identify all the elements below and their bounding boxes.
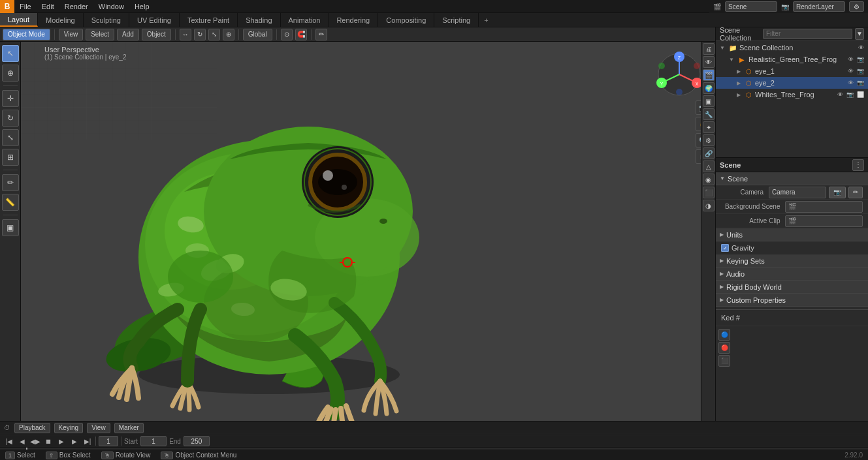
add-cube-btn[interactable]: ▣ <box>2 219 19 236</box>
keying-btn[interactable]: Keying <box>54 423 84 433</box>
tab-layout[interactable]: Layout <box>0 13 38 27</box>
step-fwd-btn[interactable]: ▶ <box>69 436 80 446</box>
whites-render-icon[interactable]: 📷 <box>846 91 854 98</box>
prop-object-data-icon[interactable]: △ <box>703 161 715 172</box>
scene-input[interactable] <box>725 1 777 12</box>
status-context-menu[interactable]: 🖱 Object Context Menu <box>161 452 236 459</box>
prop-shading-icon[interactable]: ◑ <box>703 200 715 211</box>
outliner-search[interactable] <box>763 29 852 39</box>
menu-file[interactable]: File <box>14 0 37 12</box>
tab-add[interactable]: + <box>479 16 493 24</box>
select-tool-btn[interactable]: ↖ <box>2 45 19 62</box>
extra-icon-3[interactable]: ⬛ <box>718 355 730 367</box>
props-options-btn[interactable]: ⋮ <box>852 159 864 171</box>
mode-selector[interactable]: Object Mode <box>3 29 50 40</box>
frog-render-icon[interactable]: 📷 <box>857 56 864 63</box>
snap-btn[interactable]: 🧲 <box>295 29 307 40</box>
prop-particles-icon[interactable]: ✦ <box>703 121 715 133</box>
tab-modeling[interactable]: Modeling <box>38 13 84 27</box>
tab-scripting[interactable]: Scripting <box>434 13 479 27</box>
tab-texture-paint[interactable]: Texture Paint <box>180 13 238 27</box>
outliner-filter-btn[interactable]: ▼ <box>855 28 864 40</box>
frame-start-input[interactable] <box>140 436 167 446</box>
current-frame-input[interactable] <box>99 436 118 446</box>
prop-scene-icon[interactable]: 🎬 <box>703 69 715 81</box>
prop-world-icon[interactable]: 🌍 <box>703 82 715 94</box>
outliner-item-scene-collection[interactable]: ▼ 📁 Scene Collection 👁 <box>716 42 868 54</box>
top-right-options-btn[interactable]: ⚙ <box>849 1 864 12</box>
scale-icon-btn[interactable]: ⤡ <box>208 29 220 40</box>
frog-visibility[interactable]: 👁 <box>848 56 854 63</box>
view-btn[interactable]: View <box>87 423 110 433</box>
menu-help[interactable]: Help <box>129 0 155 12</box>
outliner-item-eye2[interactable]: ▶ ⬡ eye_2 👁 📷 <box>716 77 868 89</box>
custom-props-header[interactable]: ▶ Custom Properties <box>716 294 868 307</box>
stop-btn[interactable]: ⏹ <box>43 436 54 446</box>
play-fwd-btn[interactable]: ▶ <box>56 436 67 446</box>
tab-shading[interactable]: Shading <box>238 13 280 27</box>
viewport-3d[interactable]: User Perspective (1) Scene Collection | … <box>21 42 715 421</box>
measure-tool-btn[interactable]: 📏 <box>2 194 19 211</box>
status-select[interactable]: 1 Select <box>5 452 35 459</box>
marker-btn[interactable]: Marker <box>114 423 144 433</box>
transform-tool-btn[interactable]: ⊞ <box>2 149 19 166</box>
prop-texture-icon[interactable]: ⬛ <box>703 187 715 198</box>
frame-end-input[interactable] <box>184 436 210 446</box>
navigation-gizmo[interactable]: Z X Y <box>656 52 702 97</box>
eye2-visibility[interactable]: 👁 <box>848 80 854 86</box>
eye1-render-icon[interactable]: 📷 <box>857 68 864 74</box>
prop-physics-icon[interactable]: ⚙ <box>703 134 715 146</box>
proportional-editing-btn[interactable]: ⊙ <box>281 29 293 40</box>
whites-select-icon[interactable]: ⬜ <box>857 91 864 98</box>
status-rotate-view[interactable]: 🖱 Rotate View <box>101 452 151 459</box>
units-section-header[interactable]: ▶ Units <box>716 228 868 241</box>
rotate-tool-btn[interactable]: ↻ <box>2 110 19 127</box>
audio-section-header[interactable]: ▶ Audio <box>716 268 868 281</box>
prop-view-icon[interactable]: 👁 <box>703 56 715 68</box>
camera-link-btn[interactable]: ✏ <box>848 187 863 198</box>
step-back-btn[interactable]: ◀ <box>17 436 27 446</box>
translate-icon-btn[interactable]: ↔ <box>180 29 191 40</box>
menu-window[interactable]: Window <box>93 0 129 12</box>
outliner-item-frog[interactable]: ▼ ▶ Realistic_Green_Tree_Frog 👁 📷 <box>716 54 868 65</box>
object-menu-btn[interactable]: Object <box>142 29 171 40</box>
keying-sets-header[interactable]: ▶ Keying Sets <box>716 254 868 268</box>
extra-icon-2[interactable]: 🔴 <box>718 342 730 354</box>
view-menu-btn[interactable]: View <box>59 29 84 40</box>
camera-value[interactable]: Camera <box>769 187 826 198</box>
select-menu-btn[interactable]: Select <box>86 29 114 40</box>
transform-icon-btn[interactable]: ⊕ <box>223 29 234 40</box>
transform-space-btn[interactable]: Global <box>243 29 272 40</box>
play-back-btn[interactable]: ◀▶ <box>30 436 40 446</box>
scale-tool-btn[interactable]: ⤡ <box>2 129 19 146</box>
gravity-checkbox[interactable] <box>721 244 729 252</box>
play-end-btn[interactable]: ▶| <box>82 436 93 446</box>
active-clip-value[interactable]: 🎬 <box>785 215 863 227</box>
playback-btn[interactable]: Playback <box>14 423 50 433</box>
prop-output-icon[interactable]: 🖨 <box>703 43 715 55</box>
play-start-btn[interactable]: |◀ <box>4 436 14 446</box>
render-layer-input[interactable] <box>793 1 845 12</box>
annotate-tool-btn[interactable]: ✏ <box>2 174 19 191</box>
visibility-eye[interactable]: 👁 <box>858 44 864 51</box>
camera-edit-btn[interactable]: 📷 <box>829 187 846 198</box>
rigid-body-header[interactable]: ▶ Rigid Body World <box>716 281 868 294</box>
prop-material-icon[interactable]: ◉ <box>703 174 715 185</box>
tab-uv-editing[interactable]: UV Editing <box>129 13 180 27</box>
outliner-item-whites[interactable]: ▶ ⬡ Whites_Tree_Frog 👁 📷 ⬜ <box>716 89 868 100</box>
menu-render[interactable]: Render <box>59 0 93 12</box>
tab-animation[interactable]: Animation <box>281 13 329 27</box>
prop-constraints-icon[interactable]: 🔗 <box>703 147 715 159</box>
menu-edit[interactable]: Edit <box>37 0 59 12</box>
scene-section-header[interactable]: ▼ Scene <box>716 172 868 185</box>
prop-modifier-icon[interactable]: 🔧 <box>703 108 715 120</box>
whites-visibility[interactable]: 👁 <box>837 91 843 98</box>
tab-rendering[interactable]: Rendering <box>329 13 378 27</box>
tab-sculpting[interactable]: Sculpting <box>84 13 129 27</box>
eye2-render-icon[interactable]: 📷 <box>857 80 864 86</box>
prop-object-icon[interactable]: ▣ <box>703 95 715 107</box>
status-box-select[interactable]: ⇧ Box Select <box>46 452 91 459</box>
move-tool-btn[interactable]: ✛ <box>2 90 19 107</box>
cursor-tool-btn[interactable]: ⊕ <box>2 65 19 82</box>
extra-icon-1[interactable]: 🔵 <box>718 329 730 341</box>
